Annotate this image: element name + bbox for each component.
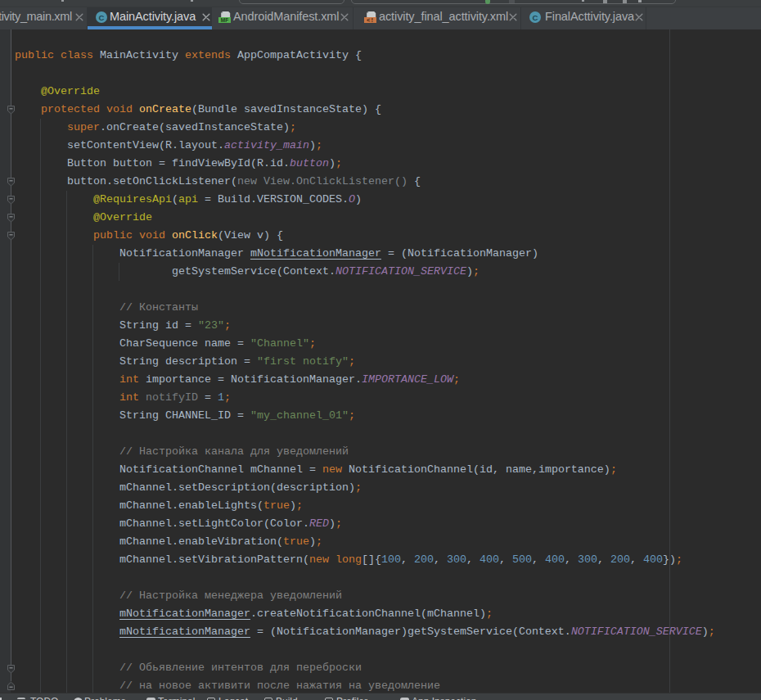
svg-text:C: C [98, 13, 104, 22]
svg-text:C: C [533, 13, 538, 22]
svg-text:<!: <! [367, 17, 374, 24]
svg-text:MF: MF [221, 17, 228, 23]
